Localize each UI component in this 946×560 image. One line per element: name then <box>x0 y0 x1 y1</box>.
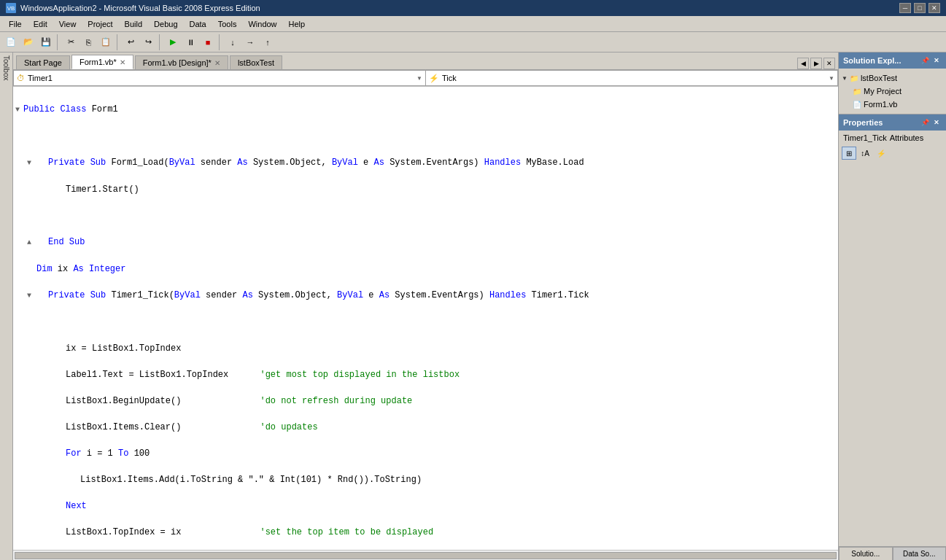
code-dropdowns: ⏱Timer1 ▼ ⚡Tick ▼ <box>13 70 838 87</box>
menu-help[interactable]: Help <box>283 18 311 30</box>
chevron-down-icon: ▼ <box>416 75 422 82</box>
menu-project[interactable]: Project <box>82 18 118 30</box>
solution-panel: Solution Expl... 📌 ✕ ▼ 📁 lstBoxTest 📁 My… <box>838 52 946 560</box>
folder-icon2: 📁 <box>852 86 862 96</box>
tb-debug-stop[interactable]: ■ <box>200 34 216 50</box>
solution-tab-data[interactable]: Data So... <box>893 547 947 560</box>
code-editor[interactable]: ▼Public Class Form1 ▼Private Sub Form1_L… <box>13 87 838 550</box>
tab-form1-design[interactable]: Form1.vb [Design]* ✕ <box>135 55 228 69</box>
solution-tab-solution[interactable]: Solutio... <box>839 547 893 560</box>
event-icon: ⚡ <box>429 74 439 82</box>
tab-close-all[interactable]: ✕ <box>823 58 835 69</box>
tb-paste[interactable]: 📋 <box>98 34 114 50</box>
code-line: ix = ListBox1.TopIndex <box>13 342 838 355</box>
props-sort-button[interactable]: ↕A <box>858 147 872 160</box>
tb-debug-pause[interactable]: ⏸ <box>182 34 198 50</box>
properties-header: Properties 📌 ✕ <box>839 114 946 131</box>
solution-tree: ▼ 📁 lstBoxTest 📁 My Project 📄 Form1.vb <box>839 69 946 114</box>
code-line: ListBox1.Items.Add(i.ToString & "." & In… <box>13 473 838 486</box>
main-layout: Toolbox Start Page Form1.vb* ✕ Form1.vb … <box>0 52 946 560</box>
h-scroll-thumb[interactable] <box>15 552 837 559</box>
code-content: ▼Public Class Form1 ▼Private Sub Form1_L… <box>13 87 838 550</box>
tb-new[interactable]: 📄 <box>3 34 19 50</box>
file-icon: 📄 <box>852 99 862 109</box>
menu-window[interactable]: Window <box>242 18 282 30</box>
tree-label3: Form1.vb <box>864 100 897 109</box>
props-object-name: Timer1_Tick <box>843 133 887 142</box>
tb-debug-start[interactable]: ▶ <box>165 34 181 50</box>
tb-undo[interactable]: ↩ <box>123 34 139 50</box>
tab-close-form1[interactable]: ✕ <box>120 58 125 66</box>
solution-close-button[interactable]: ✕ <box>931 55 942 66</box>
toolbar: 📄 📂 💾 ✂ ⎘ 📋 ↩ ↪ ▶ ⏸ ■ ↓ → ↑ <box>0 32 946 52</box>
menu-tools[interactable]: Tools <box>212 18 243 30</box>
horizontal-scrollbar[interactable] <box>13 550 838 560</box>
tab-scroll-left[interactable]: ◀ <box>797 58 809 69</box>
code-line: ListBox1.TopIndex = ix 'set the top item… <box>13 526 838 539</box>
props-close-button[interactable]: ✕ <box>931 117 942 128</box>
properties-panel: Properties 📌 ✕ Timer1_Tick Attributes ⊞ … <box>839 114 946 546</box>
maximize-button[interactable]: □ <box>914 3 926 13</box>
expand-btn2[interactable]: ▼ <box>25 156 34 170</box>
tb-stepout[interactable]: ↑ <box>260 34 276 50</box>
window-controls[interactable]: ─ □ ✕ <box>899 3 940 13</box>
tb-stepinto[interactable]: ↓ <box>225 34 241 50</box>
tb-copy[interactable]: ⎘ <box>80 34 96 50</box>
tree-item-form1[interactable]: 📄 Form1.vb <box>852 98 943 111</box>
tree-arrow: ▼ <box>842 75 848 82</box>
tb-sep4 <box>219 34 222 50</box>
tab-close-design[interactable]: ✕ <box>214 59 220 67</box>
menu-edit[interactable]: Edit <box>28 18 53 30</box>
folder-icon: 📁 <box>849 73 859 83</box>
solution-header-controls: 📌 ✕ <box>920 55 942 66</box>
props-grid-button[interactable]: ⊞ <box>842 147 856 160</box>
menu-view[interactable]: View <box>53 18 82 30</box>
code-line: Dim ix As Integer <box>13 262 838 276</box>
menu-build[interactable]: Build <box>119 18 148 30</box>
chevron-down-icon2: ▼ <box>829 75 834 82</box>
tb-redo[interactable]: ↪ <box>140 34 156 50</box>
menu-file[interactable]: File <box>3 18 28 30</box>
props-title-text: Properties <box>843 118 883 127</box>
tree-item-lstboxtest[interactable]: ▼ 📁 lstBoxTest <box>842 71 943 85</box>
menu-debug[interactable]: Debug <box>148 18 183 30</box>
tab-form1-vb[interactable]: Form1.vb* ✕ <box>71 55 133 69</box>
code-line: ▼Private Sub Timer1_Tick(ByVal sender As… <box>13 289 838 303</box>
props-toolbar: ⊞ ↕A ⚡ <box>839 145 946 161</box>
menu-data[interactable]: Data <box>184 18 212 30</box>
props-pin-button[interactable]: 📌 <box>920 117 930 128</box>
code-line: ▼Private Sub Form1_Load(ByVal sender As … <box>13 156 838 170</box>
minimize-button[interactable]: ─ <box>899 3 911 13</box>
title-bar: VB WindowsApplication2 - Microsoft Visua… <box>0 0 946 16</box>
event-dropdown[interactable]: ⚡Tick ▼ <box>425 70 838 86</box>
code-line: ▼Public Class Form1 <box>13 103 838 117</box>
code-line: ListBox1.Items.Clear() 'do updates <box>13 421 838 434</box>
props-lightning-button[interactable]: ⚡ <box>874 147 888 160</box>
editor-area: Start Page Form1.vb* ✕ Form1.vb [Design]… <box>13 52 838 560</box>
props-object-type: Attributes <box>890 133 923 142</box>
tb-cut[interactable]: ✂ <box>63 34 79 50</box>
object-dropdown[interactable]: ⏱Timer1 ▼ <box>13 70 425 86</box>
tb-sep1 <box>57 34 60 50</box>
expand-btn[interactable]: ▼ <box>13 103 22 117</box>
toolbox-strip[interactable]: Toolbox <box>0 52 13 560</box>
title-text: WindowsApplication2 - Microsoft Visual B… <box>20 4 260 12</box>
code-line: Label1.Text = ListBox1.TopIndex 'get mos… <box>13 368 838 381</box>
code-line: Next <box>13 499 838 513</box>
tb-stepover[interactable]: → <box>242 34 258 50</box>
code-line <box>13 316 838 329</box>
close-button[interactable]: ✕ <box>928 3 940 13</box>
app-icon: VB <box>6 3 16 13</box>
solution-explorer-header: Solution Expl... 📌 ✕ <box>839 52 946 69</box>
tb-save[interactable]: 💾 <box>38 34 54 50</box>
tb-sep2 <box>117 34 120 50</box>
tree-item-myproject[interactable]: 📁 My Project <box>852 85 943 98</box>
tb-open[interactable]: 📂 <box>20 34 36 50</box>
tab-lstboxtest[interactable]: lstBoxTest <box>230 55 282 69</box>
tab-start-page[interactable]: Start Page <box>16 55 70 69</box>
menu-bar: File Edit View Project Build Debug Data … <box>0 16 946 32</box>
solution-pin-button[interactable]: 📌 <box>920 55 930 66</box>
code-line: ListBox1.BeginUpdate() 'do not refresh d… <box>13 394 838 408</box>
tab-scroll-right[interactable]: ▶ <box>810 58 822 69</box>
code-line: ▲End Sub <box>13 236 838 249</box>
